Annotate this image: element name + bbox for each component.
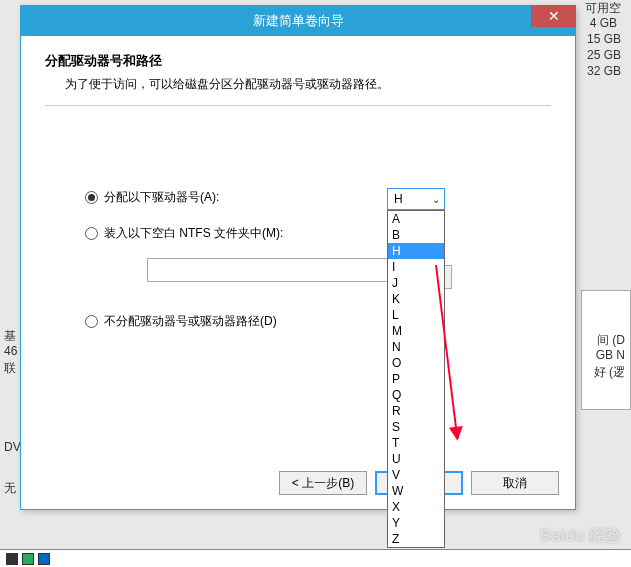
titlebar: 新建简单卷向导 ✕ <box>21 6 575 36</box>
legend-swatch <box>38 553 50 565</box>
cancel-button[interactable]: 取消 <box>471 471 559 495</box>
dropdown-item[interactable]: Z <box>388 531 444 547</box>
page-heading: 分配驱动器号和路径 <box>45 52 551 70</box>
radio-label: 分配以下驱动器号(A): <box>104 189 219 206</box>
bg-col-header: 可用空 <box>585 0 621 17</box>
radio-group: 分配以下驱动器号(A): 装入以下空白 NTFS 文件夹中(M): 浏 不分配驱… <box>85 186 551 332</box>
legend-bar <box>0 549 631 567</box>
drive-letter-dropdown[interactable]: ABHIJKLMNOPQRSTUVWXYZ <box>387 210 445 548</box>
drive-letter-combo[interactable]: H ⌄ <box>387 188 445 210</box>
bg-left-3: DV <box>4 440 21 454</box>
chevron-down-icon: ⌄ <box>432 194 440 205</box>
bg-size-1: 15 GB <box>587 32 621 46</box>
dropdown-item[interactable]: A <box>388 211 444 227</box>
dropdown-item[interactable]: L <box>388 307 444 323</box>
radio-no-assign[interactable]: 不分配驱动器号或驱动器路径(D) <box>85 310 551 332</box>
radio-icon <box>85 191 98 204</box>
bg-size-3: 32 GB <box>587 64 621 78</box>
folder-path-input[interactable] <box>147 258 402 282</box>
radio-mount-folder[interactable]: 装入以下空白 NTFS 文件夹中(M): <box>85 222 551 244</box>
bg-right-1: GB N <box>596 348 625 362</box>
radio-icon <box>85 315 98 328</box>
dropdown-item[interactable]: W <box>388 483 444 499</box>
dropdown-item[interactable]: S <box>388 419 444 435</box>
watermark: Baidu 经验 <box>540 526 621 547</box>
bg-right-2: 好 (逻 <box>594 364 625 381</box>
back-button[interactable]: < 上一步(B) <box>279 471 367 495</box>
combo-value: H <box>394 192 403 206</box>
legend-swatch <box>6 553 18 565</box>
dropdown-item[interactable]: U <box>388 451 444 467</box>
dropdown-item[interactable]: X <box>388 499 444 515</box>
dropdown-item[interactable]: B <box>388 227 444 243</box>
dropdown-item[interactable]: R <box>388 403 444 419</box>
dropdown-item[interactable]: P <box>388 371 444 387</box>
bg-left-2: 联 <box>4 360 16 377</box>
close-button[interactable]: ✕ <box>531 5 576 27</box>
bg-right-0: 间 (D <box>597 332 625 349</box>
watermark-sub: jingyan.baidu.com <box>540 550 621 561</box>
dropdown-item[interactable]: N <box>388 339 444 355</box>
dropdown-item[interactable]: M <box>388 323 444 339</box>
close-icon: ✕ <box>548 8 560 24</box>
bg-left-4: 无 <box>4 480 16 497</box>
wizard-dialog: 新建简单卷向导 ✕ 分配驱动器号和路径 为了便于访问，可以给磁盘分区分配驱动器号… <box>20 5 576 510</box>
dropdown-item[interactable]: Q <box>388 387 444 403</box>
radio-label: 装入以下空白 NTFS 文件夹中(M): <box>104 225 283 242</box>
dropdown-item[interactable]: V <box>388 467 444 483</box>
legend-swatch <box>22 553 34 565</box>
dialog-body: 分配驱动器号和路径 为了便于访问，可以给磁盘分区分配驱动器号或驱动器路径。 分配… <box>21 36 575 362</box>
dropdown-item[interactable]: H <box>388 243 444 259</box>
bg-left-1: 46 <box>4 344 17 358</box>
dropdown-item[interactable]: T <box>388 435 444 451</box>
divider <box>45 105 551 106</box>
page-subheading: 为了便于访问，可以给磁盘分区分配驱动器号或驱动器路径。 <box>65 76 551 93</box>
dropdown-item[interactable]: Y <box>388 515 444 531</box>
dialog-title: 新建简单卷向导 <box>253 12 344 30</box>
bg-size-0: 4 GB <box>590 16 617 30</box>
radio-icon <box>85 227 98 240</box>
dropdown-item[interactable]: O <box>388 355 444 371</box>
radio-label: 不分配驱动器号或驱动器路径(D) <box>104 313 277 330</box>
radio-assign-letter[interactable]: 分配以下驱动器号(A): <box>85 186 551 208</box>
dropdown-item[interactable]: K <box>388 291 444 307</box>
bg-left-0: 基 <box>4 328 16 345</box>
bg-size-2: 25 GB <box>587 48 621 62</box>
